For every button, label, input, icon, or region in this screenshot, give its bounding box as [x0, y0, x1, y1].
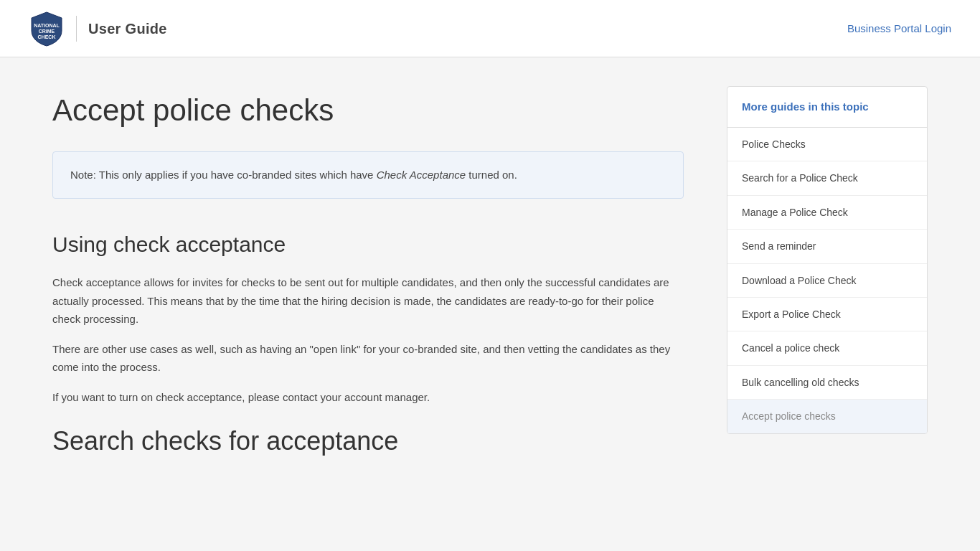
- page-wrapper: Accept police checks Note: This only app…: [24, 57, 956, 517]
- note-text-before: Note: This only applies if you have co-b…: [70, 169, 377, 181]
- sidebar-link-3[interactable]: Send a reminder: [727, 230, 927, 263]
- sidebar-list-item: Download a Police Check: [727, 264, 927, 298]
- svg-text:CRIME: CRIME: [39, 29, 55, 34]
- site-title: User Guide: [88, 17, 167, 40]
- sidebar: More guides in this topic Police ChecksS…: [727, 86, 928, 474]
- sidebar-link-6[interactable]: Cancel a police check: [727, 331, 927, 364]
- sidebar-list-item: Accept police checks: [727, 400, 927, 433]
- page-main-title: Accept police checks: [52, 86, 684, 134]
- sidebar-list-item: Search for a Police Check: [727, 161, 927, 195]
- sidebar-list-item: Send a reminder: [727, 230, 927, 263]
- sidebar-link-1[interactable]: Search for a Police Check: [727, 161, 927, 194]
- sidebar-list-item: Export a Police Check: [727, 298, 927, 331]
- sidebar-link-7[interactable]: Bulk cancelling old checks: [727, 366, 927, 399]
- ncc-logo-icon: NATIONAL CRIME CHECK: [29, 11, 65, 47]
- sidebar-list: Police ChecksSearch for a Police CheckMa…: [727, 128, 927, 433]
- business-portal-login-link[interactable]: Business Portal Login: [847, 20, 951, 37]
- sidebar-list-item: Police Checks: [727, 128, 927, 161]
- note-italic-text: Check Acceptance: [377, 169, 466, 181]
- sidebar-link-0[interactable]: Police Checks: [727, 128, 927, 161]
- section1-heading: Using check acceptance: [52, 227, 684, 262]
- sidebar-link-2[interactable]: Manage a Police Check: [727, 196, 927, 229]
- note-text-after: turned on.: [466, 169, 517, 181]
- section2-heading: Search checks for acceptance: [52, 420, 684, 462]
- site-header: NATIONAL CRIME CHECK User Guide Business…: [0, 0, 980, 57]
- section1-para3: If you want to turn on check acceptance,…: [52, 388, 684, 407]
- logo-container: NATIONAL CRIME CHECK: [29, 11, 65, 47]
- svg-text:CHECK: CHECK: [38, 34, 56, 39]
- sidebar-card: More guides in this topic Police ChecksS…: [727, 86, 928, 434]
- sidebar-list-item: Cancel a police check: [727, 331, 927, 365]
- header-divider: [76, 16, 77, 42]
- sidebar-link-5[interactable]: Export a Police Check: [727, 298, 927, 331]
- sidebar-list-item: Manage a Police Check: [727, 196, 927, 230]
- sidebar-list-item: Bulk cancelling old checks: [727, 366, 927, 400]
- section1-para1: Check acceptance allows for invites for …: [52, 273, 684, 329]
- sidebar-heading: More guides in this topic: [727, 87, 927, 128]
- header-left: NATIONAL CRIME CHECK User Guide: [29, 11, 167, 47]
- svg-text:NATIONAL: NATIONAL: [34, 23, 60, 28]
- content-area: Accept police checks Note: This only app…: [52, 86, 684, 474]
- note-box: Note: This only applies if you have co-b…: [52, 151, 684, 199]
- sidebar-link-8[interactable]: Accept police checks: [727, 400, 927, 433]
- section1-para2: There are other use cases as well, such …: [52, 340, 684, 377]
- sidebar-link-4[interactable]: Download a Police Check: [727, 264, 927, 297]
